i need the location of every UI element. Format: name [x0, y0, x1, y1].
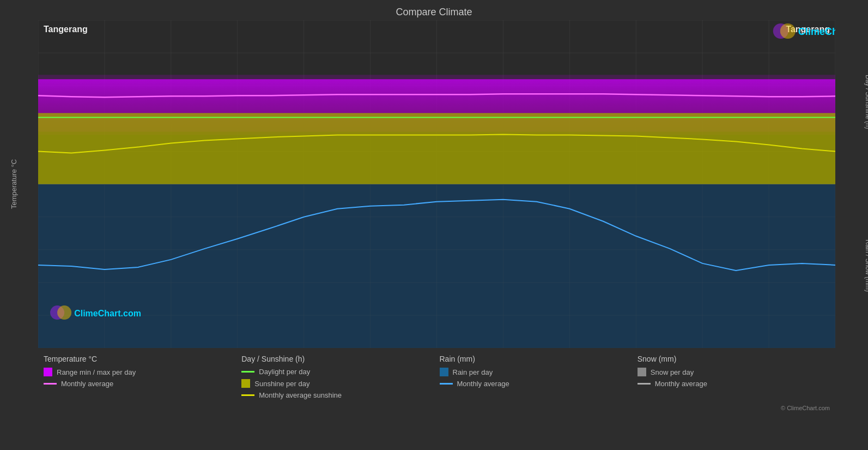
- legend-daylight-item: Daylight per day: [241, 368, 428, 376]
- legend-temp-avg-item: Monthly average: [44, 380, 230, 388]
- legend-rain-avg-swatch: [440, 383, 453, 385]
- legend-sunshine-title: Day / Sunshine (h): [241, 355, 428, 363]
- legend-daylight-label: Daylight per day: [259, 368, 310, 376]
- y-axis-left-label: Temperature °C: [8, 20, 19, 347]
- legend-temp-range-swatch: [44, 368, 52, 376]
- svg-rect-52: [38, 113, 835, 184]
- legend-daylight-swatch: [241, 371, 254, 373]
- legend-sunshine-avg-swatch: [241, 394, 254, 396]
- legend-snow: Snow (mm) Snow per day Monthly average: [632, 355, 830, 403]
- legend-rain-day-swatch: [440, 368, 448, 376]
- legend-rain-day-item: Rain per day: [440, 368, 627, 376]
- legend-rain-avg-label: Monthly average: [457, 380, 509, 388]
- legend-temp-range-label: Range min / max per day: [57, 368, 136, 376]
- legend-rain-avg-item: Monthly average: [440, 380, 627, 388]
- legend-snow-day-item: Snow per day: [638, 368, 824, 376]
- legend-snow-avg-swatch: [638, 383, 651, 385]
- legend-sunshine-day-label: Sunshine per day: [254, 380, 309, 388]
- y-axis-right-bottom-label: Rain / Snow (mm): [863, 184, 868, 347]
- legend-sunshine-avg-label: Monthly average sunshine: [259, 391, 342, 399]
- legend-snow-title: Snow (mm): [638, 355, 824, 363]
- svg-point-56: [780, 23, 796, 39]
- legend-snow-avg-item: Monthly average: [638, 380, 824, 388]
- copyright: © ClimeChart.com: [0, 403, 868, 411]
- legend-temperature-title: Temperature °C: [44, 355, 230, 363]
- y-axis-right-top-label: Day / Sunshine (h): [863, 20, 868, 184]
- legend-sunshine-day-item: Sunshine per day: [241, 379, 428, 388]
- legend-rain-day-label: Rain per day: [453, 368, 493, 376]
- legend-sunshine: Day / Sunshine (h) Daylight per day Suns…: [236, 355, 434, 403]
- legend-area: Temperature °C Range min / max per day M…: [0, 348, 868, 403]
- svg-text:Tangerang: Tangerang: [44, 24, 88, 34]
- legend-rain: Rain (mm) Rain per day Monthly average: [434, 355, 632, 403]
- legend-temp-avg-swatch: [44, 383, 57, 385]
- legend-sunshine-avg-item: Monthly average sunshine: [241, 391, 428, 399]
- svg-point-59: [57, 305, 71, 320]
- legend-rain-title: Rain (mm): [440, 355, 627, 363]
- legend-sunshine-day-swatch: [241, 379, 250, 388]
- legend-temp-range-item: Range min / max per day: [44, 368, 230, 376]
- legend-snow-day-label: Snow per day: [651, 368, 694, 376]
- main-chart: 50 40 30 20 10 0 -10 -20 -30 -40 -50 24 …: [38, 20, 835, 348]
- legend-snow-day-swatch: [638, 368, 646, 376]
- svg-text:ClimeChart.com: ClimeChart.com: [74, 308, 141, 318]
- legend-temperature: Temperature °C Range min / max per day M…: [38, 355, 236, 403]
- legend-temp-avg-label: Monthly average: [61, 380, 113, 388]
- page-title: Compare Climate: [0, 0, 868, 20]
- svg-text:ClimeChart.com: ClimeChart.com: [798, 26, 835, 37]
- legend-snow-avg-label: Monthly average: [655, 380, 707, 388]
